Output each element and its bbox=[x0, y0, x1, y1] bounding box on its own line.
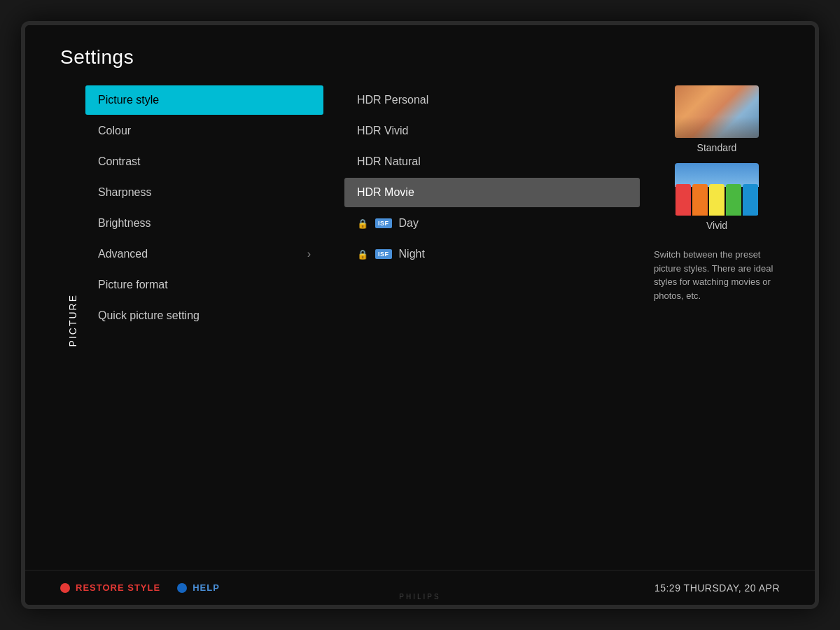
description-text: Switch between the preset picture styles… bbox=[654, 248, 780, 302]
left-menu: Picture style Colour Contrast Sharpness … bbox=[85, 85, 323, 556]
blue-dot-icon bbox=[177, 583, 187, 593]
content-area: Picture Picture style Colour Contrast Sh… bbox=[60, 85, 780, 556]
menu-label-contrast: Contrast bbox=[98, 155, 140, 168]
hut-2 bbox=[692, 184, 708, 216]
preview-vivid[interactable]: Vivid bbox=[675, 163, 759, 231]
option-label-night: Night bbox=[399, 248, 425, 260]
hut-3 bbox=[709, 184, 724, 216]
clock-display: 15:29 THURSDAY, 20 APR bbox=[654, 582, 780, 594]
option-hdr-vivid[interactable]: HDR Vivid bbox=[344, 116, 640, 146]
preview-thumbnail-vivid bbox=[675, 163, 759, 216]
preview-label-vivid: Vivid bbox=[706, 220, 727, 231]
option-label-hdr-personal: HDR Personal bbox=[357, 94, 428, 106]
help-button[interactable]: HELP bbox=[177, 582, 220, 593]
menu-item-advanced[interactable]: Advanced › bbox=[85, 239, 323, 269]
bottom-actions: RESTORE STYLE HELP bbox=[60, 582, 220, 593]
option-hdr-personal[interactable]: HDR Personal bbox=[344, 85, 640, 115]
menu-item-quick-picture[interactable]: Quick picture setting bbox=[85, 301, 323, 330]
menu-label-picture-style: Picture style bbox=[98, 94, 159, 106]
menu-item-sharpness[interactable]: Sharpness bbox=[85, 178, 323, 207]
option-night[interactable]: 🔒 ISF Night bbox=[344, 239, 640, 269]
help-label: HELP bbox=[192, 582, 220, 593]
chevron-icon: › bbox=[307, 248, 311, 260]
red-dot-icon bbox=[60, 583, 70, 593]
vivid-huts bbox=[675, 184, 759, 216]
menu-item-brightness[interactable]: Brightness bbox=[85, 209, 323, 238]
option-day[interactable]: 🔒 ISF Day bbox=[344, 209, 640, 238]
menu-label-colour: Colour bbox=[98, 125, 131, 137]
center-panel: HDR Personal HDR Vivid HDR Natural HDR M… bbox=[323, 85, 640, 556]
preview-standard[interactable]: Standard bbox=[675, 85, 759, 153]
menu-item-picture-format[interactable]: Picture format bbox=[85, 270, 323, 300]
sidebar-label: Picture bbox=[60, 294, 78, 346]
menu-label-brightness: Brightness bbox=[98, 217, 151, 230]
hut-1 bbox=[676, 184, 691, 216]
option-hdr-movie[interactable]: HDR Movie bbox=[344, 178, 640, 207]
hut-4 bbox=[726, 184, 741, 216]
isf-badge-day: ISF bbox=[375, 218, 392, 228]
tv-frame: Settings Picture Picture style Colour Co… bbox=[21, 21, 819, 609]
menu-item-colour[interactable]: Colour bbox=[85, 116, 323, 146]
option-hdr-natural[interactable]: HDR Natural bbox=[344, 147, 640, 176]
page-title: Settings bbox=[60, 46, 780, 69]
option-label-hdr-natural: HDR Natural bbox=[357, 155, 421, 168]
menu-label-sharpness: Sharpness bbox=[98, 186, 152, 199]
menu-item-contrast[interactable]: Contrast bbox=[85, 147, 323, 176]
isf-badge-night: ISF bbox=[375, 249, 392, 259]
lock-icon-day: 🔒 bbox=[357, 218, 368, 229]
preview-thumbnail-standard bbox=[675, 85, 759, 138]
restore-style-button[interactable]: RESTORE STYLE bbox=[60, 582, 160, 593]
option-label-hdr-vivid: HDR Vivid bbox=[357, 125, 409, 137]
tv-screen: Settings Picture Picture style Colour Co… bbox=[25, 25, 815, 605]
lock-icon-night: 🔒 bbox=[357, 249, 368, 260]
menu-item-picture-style[interactable]: Picture style bbox=[85, 85, 323, 115]
menu-label-quick-picture: Quick picture setting bbox=[98, 309, 200, 322]
settings-container: Settings Picture Picture style Colour Co… bbox=[25, 25, 815, 570]
right-panel: Standard Vivid bbox=[640, 85, 780, 556]
menu-label-picture-format: Picture format bbox=[98, 279, 168, 291]
option-label-hdr-movie: HDR Movie bbox=[357, 186, 414, 199]
restore-style-label: RESTORE STYLE bbox=[76, 582, 160, 593]
option-label-day: Day bbox=[399, 217, 419, 230]
preview-label-standard: Standard bbox=[697, 142, 737, 153]
brand-label: PHILIPS bbox=[399, 593, 440, 601]
hut-5 bbox=[743, 184, 758, 216]
menu-label-advanced: Advanced bbox=[98, 248, 148, 260]
